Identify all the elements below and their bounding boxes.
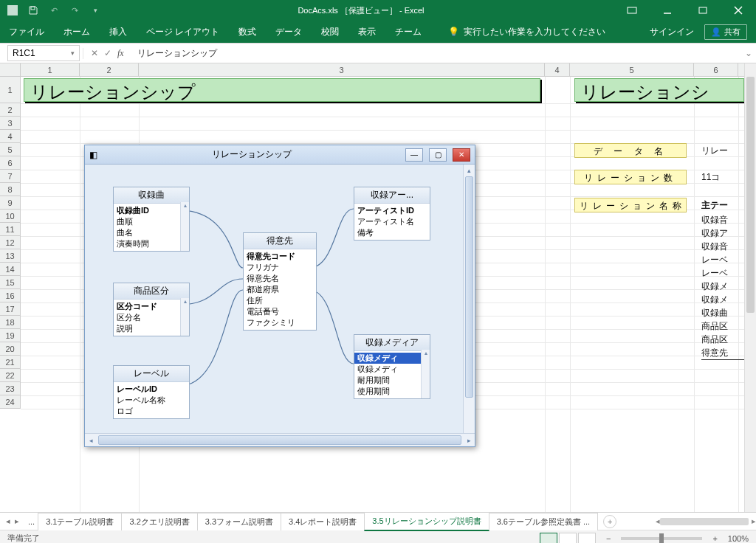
share-button[interactable]: 👤共有	[704, 24, 747, 40]
table-field[interactable]: 曲名	[114, 227, 189, 238]
ribbon-tab[interactable]: 校閲	[321, 26, 339, 38]
sheet-tab[interactable]: 3.5リレーションシップ説明書	[364, 512, 489, 531]
row-header[interactable]: 13	[0, 249, 21, 263]
column-header[interactable]: 5	[570, 63, 694, 76]
column-header[interactable]: 6	[694, 63, 738, 76]
table-field[interactable]: ファクシミリ	[244, 317, 316, 328]
hscroll-right-icon[interactable]: ▸	[752, 516, 756, 526]
row-header[interactable]: 16	[0, 289, 21, 302]
table-box[interactable]: 収録アー... アーティストID アーティスト名 備考	[354, 187, 430, 241]
row-header[interactable]: 5	[0, 143, 21, 156]
row-header[interactable]: 6	[0, 156, 21, 170]
relationship-canvas[interactable]: 収録曲 収録曲ID 曲順 曲名 演奏時間 ▴ 商品区分 区分コード 区分名 説明…	[85, 165, 475, 433]
table-field[interactable]: 曲順	[114, 216, 189, 227]
row-header[interactable]: 21	[0, 356, 21, 369]
page-break-view-button[interactable]	[578, 533, 596, 544]
table-field[interactable]: 演奏時間	[114, 238, 189, 249]
table-field[interactable]: 備考	[354, 227, 430, 238]
table-field[interactable]: 区分名	[114, 312, 189, 323]
table-field[interactable]: レーベル名称	[114, 395, 189, 406]
ribbon-tab[interactable]: ホーム	[63, 26, 90, 38]
dialog-minimize-button[interactable]: —	[405, 148, 423, 162]
table-field[interactable]: アーティストID	[354, 205, 430, 216]
maximize-button[interactable]	[685, 0, 721, 21]
zoom-out-button[interactable]: −	[606, 534, 611, 543]
select-all-corner[interactable]	[0, 63, 21, 76]
ribbon-tab[interactable]: ファイル	[9, 26, 44, 38]
ribbon-tab[interactable]: 数式	[238, 26, 256, 38]
row-header[interactable]: 15	[0, 276, 21, 289]
ribbon-tab[interactable]: 表示	[358, 26, 376, 38]
table-field[interactable]: 得意先コード	[244, 251, 316, 262]
column-header[interactable]: 2	[80, 63, 139, 76]
qat-customize-icon[interactable]: ▾	[89, 4, 102, 17]
horizontal-scrollbar[interactable]	[660, 518, 749, 525]
sheet-tab[interactable]: 3.1テーブル説明書	[38, 513, 122, 530]
row-header[interactable]: 17	[0, 302, 21, 316]
ribbon-tab[interactable]: 挿入	[109, 26, 127, 38]
ribbon-tab[interactable]: チーム	[395, 26, 422, 38]
sheet-tab[interactable]: 3.4レポート説明書	[281, 513, 365, 530]
table-field[interactable]: ロゴ	[114, 406, 189, 417]
table-field[interactable]: 収録メディ	[354, 353, 430, 364]
close-button[interactable]	[721, 0, 756, 21]
row-header[interactable]: 2	[0, 103, 21, 117]
table-field[interactable]: 都道府県	[244, 284, 316, 295]
zoom-in-button[interactable]: +	[712, 534, 717, 543]
sheet-tab[interactable]: 3.3フォーム説明書	[197, 513, 281, 530]
table-field[interactable]: 得意先名	[244, 273, 316, 284]
row-header[interactable]: 23	[0, 382, 21, 395]
row-header[interactable]: 11	[0, 223, 21, 236]
table-box[interactable]: 収録曲 収録曲ID 曲順 曲名 演奏時間 ▴	[113, 187, 190, 252]
row-header[interactable]: 9	[0, 196, 21, 210]
formula-expand-icon[interactable]: ⌄	[741, 48, 756, 58]
row-header[interactable]: 4	[0, 130, 21, 143]
spreadsheet-grid[interactable]: 1 2 3 4 5 6 1234567891011121314151617181…	[0, 63, 756, 512]
column-header[interactable]: 4	[545, 63, 570, 76]
formula-input[interactable]: リレーションシップ	[131, 47, 741, 60]
tab-overflow-icon[interactable]: ...	[25, 517, 38, 526]
table-field[interactable]: 収録メディ	[354, 364, 430, 375]
table-field[interactable]: 使用期間	[354, 386, 430, 397]
cancel-icon[interactable]: ✕	[91, 48, 98, 58]
table-field[interactable]: アーティスト名	[354, 216, 430, 227]
page-layout-view-button[interactable]	[559, 533, 577, 544]
relationship-window[interactable]: ◧ リレーションシップ — ▢ ✕ 収録曲 収録曲ID 曲順 曲名 演奏時間	[84, 145, 475, 447]
row-header[interactable]: 22	[0, 369, 21, 382]
ribbon-tab[interactable]: ページ レイアウト	[146, 26, 219, 38]
column-header[interactable]: 1	[21, 63, 80, 76]
dialog-close-button[interactable]: ✕	[453, 148, 470, 162]
row-header[interactable]: 3	[0, 117, 21, 130]
table-box[interactable]: 得意先 得意先コード フリガナ 得意先名 都道府県 住所 電話番号 ファクシミリ	[243, 232, 317, 331]
dialog-vscrollbar[interactable]: ▴	[463, 165, 475, 433]
row-header[interactable]: 14	[0, 263, 21, 276]
signin-link[interactable]: サインイン	[650, 26, 694, 38]
dialog-maximize-button[interactable]: ▢	[429, 148, 447, 162]
ribbon-tab[interactable]: データ	[275, 26, 302, 38]
table-field[interactable]: フリガナ	[244, 262, 316, 273]
redo-icon[interactable]: ↷	[68, 4, 81, 17]
row-header[interactable]: 20	[0, 342, 21, 356]
row-header[interactable]: 8	[0, 183, 21, 196]
tab-nav-first-icon[interactable]: ◂	[6, 516, 10, 526]
table-field[interactable]: 住所	[244, 295, 316, 306]
table-field[interactable]: 区分コード	[114, 301, 189, 312]
save-icon[interactable]	[27, 4, 40, 17]
fx-icon[interactable]: fx	[117, 48, 124, 59]
table-field[interactable]: 説明	[114, 323, 189, 334]
table-box[interactable]: 商品区分 区分コード 区分名 説明 ▴	[113, 283, 190, 336]
row-header[interactable]: 10	[0, 210, 21, 223]
zoom-slider[interactable]	[621, 537, 702, 540]
row-header[interactable]: 1	[0, 77, 21, 103]
table-field[interactable]: 耐用期間	[354, 375, 430, 386]
tab-nav-next-icon[interactable]: ▸	[15, 516, 19, 526]
enter-icon[interactable]: ✓	[104, 48, 111, 58]
dialog-hscrollbar[interactable]: ◂▸	[85, 433, 475, 446]
undo-icon[interactable]: ↶	[47, 4, 61, 17]
table-field[interactable]: 電話番号	[244, 306, 316, 317]
row-header[interactable]: 18	[0, 316, 21, 329]
vertical-scrollbar[interactable]	[744, 63, 756, 512]
table-box[interactable]: レーベル レーベルID レーベル名称 ロゴ	[113, 365, 190, 419]
table-field[interactable]: 収録曲ID	[114, 205, 189, 216]
zoom-level[interactable]: 100%	[728, 534, 749, 543]
